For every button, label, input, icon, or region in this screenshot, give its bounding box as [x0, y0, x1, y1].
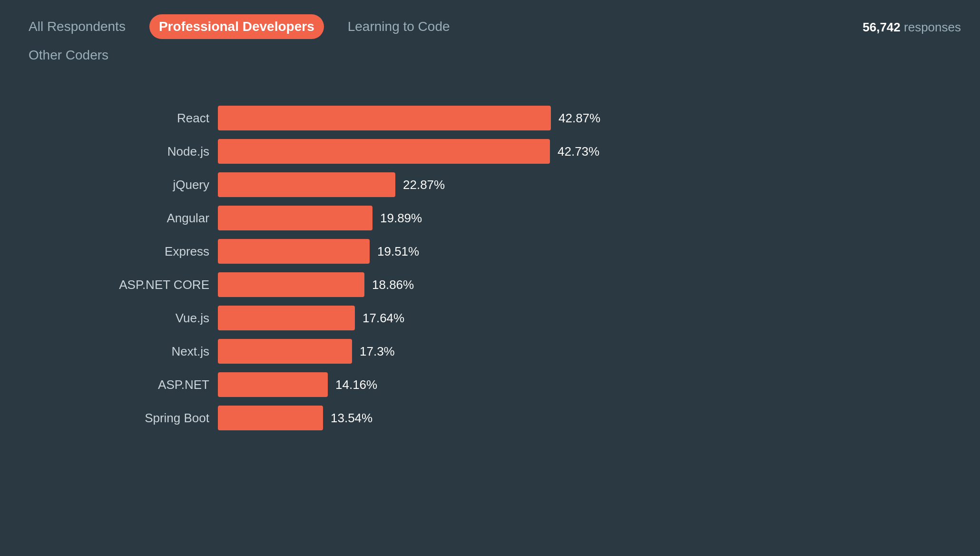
chart-row: jQuery22.87% [67, 172, 961, 197]
bar-label: jQuery [67, 178, 209, 192]
chart-row: Angular19.89% [67, 206, 961, 230]
bar-label: Spring Boot [67, 411, 209, 426]
bar-fill [218, 106, 551, 130]
chart-row: Next.js17.3% [67, 339, 961, 364]
tab-pro[interactable]: Professional Developers [149, 14, 324, 39]
bar-label: Vue.js [67, 311, 209, 326]
bar-fill [218, 372, 328, 397]
tab-learning[interactable]: Learning to Code [338, 14, 460, 39]
bar-fill [218, 239, 370, 264]
bar-fill [218, 306, 355, 330]
bar-percentage: 19.89% [380, 211, 422, 226]
bar-wrapper: 19.51% [218, 239, 419, 264]
chart-row: Node.js42.73% [67, 139, 961, 164]
bar-wrapper: 13.54% [218, 406, 372, 430]
chart-row: Express19.51% [67, 239, 961, 264]
bar-wrapper: 18.86% [218, 272, 414, 297]
bar-wrapper: 22.87% [218, 172, 445, 197]
bar-label: Next.js [67, 344, 209, 359]
bar-percentage: 17.64% [363, 311, 404, 326]
second-row: Other Coders [19, 43, 460, 68]
bar-label: ASP.NET [67, 377, 209, 392]
chart-row: Spring Boot13.54% [67, 406, 961, 430]
chart-row: ASP.NET14.16% [67, 372, 961, 397]
bar-fill [218, 139, 550, 164]
bar-fill [218, 206, 372, 230]
bar-wrapper: 42.87% [218, 106, 600, 130]
bar-wrapper: 17.64% [218, 306, 404, 330]
bar-fill [218, 406, 323, 430]
bar-percentage: 19.51% [377, 244, 419, 259]
chart-row: ASP.NET CORE18.86% [67, 272, 961, 297]
chart-row: React42.87% [67, 106, 961, 130]
bar-fill [218, 272, 364, 297]
chart-container: React42.87%Node.js42.73%jQuery22.87%Angu… [19, 106, 961, 430]
bar-label: ASP.NET CORE [67, 278, 209, 292]
bar-fill [218, 172, 395, 197]
bar-wrapper: 14.16% [218, 372, 377, 397]
tab-other[interactable]: Other Coders [19, 43, 118, 68]
responses-number: 56,742 [862, 20, 901, 34]
bar-percentage: 18.86% [372, 278, 414, 292]
chart-row: Vue.js17.64% [67, 306, 961, 330]
bar-percentage: 17.3% [360, 344, 395, 359]
responses-count: 56,742 responses [862, 14, 961, 35]
bar-fill [218, 339, 352, 364]
bar-label: Express [67, 244, 209, 259]
bar-label: React [67, 111, 209, 126]
bar-percentage: 22.87% [403, 178, 445, 192]
bar-percentage: 14.16% [335, 377, 377, 392]
bar-wrapper: 17.3% [218, 339, 395, 364]
bar-wrapper: 19.89% [218, 206, 422, 230]
responses-label: responses [904, 20, 961, 34]
tabs-row: All RespondentsProfessional DevelopersLe… [19, 14, 460, 39]
bar-label: Node.js [67, 144, 209, 159]
tab-all[interactable]: All Respondents [19, 14, 135, 39]
tabs-area: All RespondentsProfessional DevelopersLe… [19, 14, 460, 68]
header: All RespondentsProfessional DevelopersLe… [19, 14, 961, 68]
bar-label: Angular [67, 211, 209, 226]
bar-percentage: 13.54% [331, 411, 372, 426]
bar-percentage: 42.87% [559, 111, 600, 126]
bar-wrapper: 42.73% [218, 139, 599, 164]
bar-percentage: 42.73% [558, 144, 599, 159]
